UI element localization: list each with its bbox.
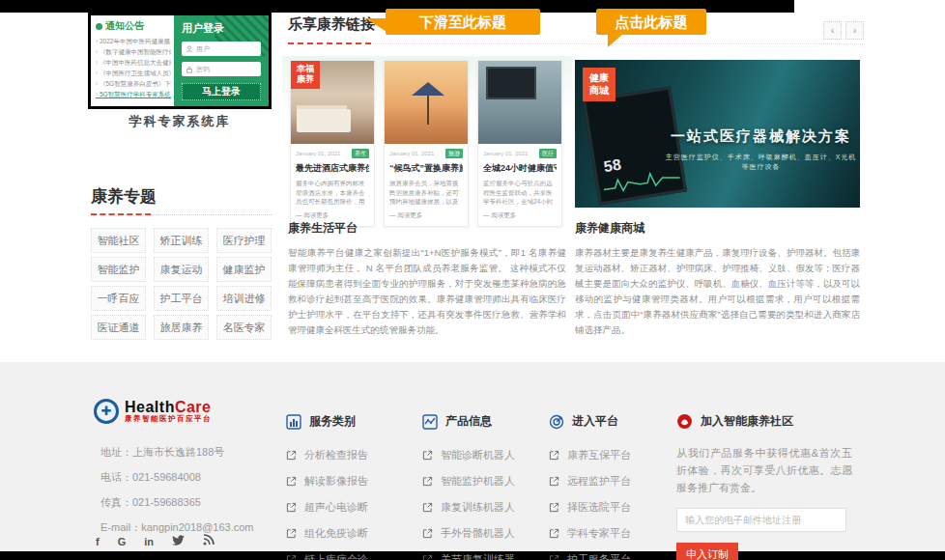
footer-subscribe-section: 加入智能康养社区 从我们产品服务中获得优惠&首次五折体验，再次可享受八折优惠。志… (676, 413, 852, 560)
footer-link[interactable]: 智能诊断机器人 (422, 442, 515, 468)
mall-description-section: 康养健康商城 康养器材主要是康复养生健康产品，康复理疗设备、护理器材。包括康复运… (575, 220, 860, 338)
card-excerpt: 旅居康养会员，异地置换民宿旅居康养补贴，还可预约异地健康旅居，以及参与资深地区的… (389, 179, 463, 207)
footer-link[interactable]: 择医选院平台 (549, 494, 631, 520)
notice-link[interactable]: 《5G智慧康养白皮书》下载 (96, 78, 171, 89)
username-field-wrap (182, 42, 261, 56)
read-more-link[interactable]: — 阅读更多 (389, 211, 463, 220)
notice-header: 通知公告 (96, 19, 171, 33)
card-title[interactable]: “候鸟式”置换康养旅游服务 (389, 162, 463, 175)
rss-icon[interactable] (203, 534, 215, 548)
topic-tag[interactable]: 智能社区 (91, 228, 146, 253)
notice-link[interactable]: 《数字健康中国智能医疗体系》入围申会员… (96, 46, 171, 57)
password-input[interactable] (196, 66, 257, 72)
notice-link[interactable]: 《中国医疗卫生领域人员》申报立项公告 (96, 68, 171, 78)
topic-tag[interactable]: 智能监护 (91, 257, 146, 282)
login-button[interactable]: 马上登录 (182, 83, 261, 100)
google-icon[interactable]: G (118, 535, 127, 548)
life-platform-body: 智能康养平台健康之家创新提出“1+N医护服务模式”，即1 名康养健康管理师为主任… (288, 245, 566, 338)
life-platform-section: 康养生活平台 智能康养平台健康之家创新提出“1+N医护服务模式”，即1 名康养健… (288, 220, 566, 338)
carousel-next-button[interactable]: › (845, 21, 864, 40)
topic-tag[interactable]: 康复运动 (154, 257, 209, 282)
notice-link-highlighted[interactable]: 5G智慧医疗学科专家系统应用说明 (96, 89, 171, 99)
article-card-hotel[interactable]: 幸福康养 January 01, 2021 养生 最先进酒店式康养住宿环境 服务… (290, 60, 375, 227)
footer-link[interactable]: 解读影像报告 (286, 468, 368, 494)
twitter-icon[interactable] (172, 535, 185, 548)
footer-link[interactable]: 康复训练机器人 (422, 494, 515, 520)
footer-link[interactable]: 护工服务平台 (549, 546, 631, 560)
topics-title: 康养专题 (91, 185, 272, 208)
topic-tag[interactable]: 旅居康养 (154, 315, 209, 340)
expert-system-caption: 学科专家系统库 (88, 113, 272, 130)
article-card-medical[interactable]: January 01, 2021 医疗 全城24小时健康值守 监控服务中心与驻点… (477, 60, 562, 227)
topics-section: 康养专题 智能社区 矫正训练 医疗护理 智能监护 康复运动 健康监护 一呼百应 … (91, 185, 272, 340)
external-link-icon (286, 554, 297, 560)
footer-link[interactable]: 链上疾病会诊 (286, 546, 368, 560)
external-link-icon (286, 502, 297, 513)
topic-tag[interactable]: 矫正训练 (154, 228, 209, 253)
footer-link[interactable]: 关节康复训练器 (422, 546, 515, 560)
card-date: January 01, 2021 (296, 151, 340, 156)
footer-link[interactable]: 分析检查报告 (286, 442, 368, 468)
column-header: 加入智能康养社区 (676, 413, 852, 430)
card-category-tag[interactable]: 旅游 (445, 149, 463, 158)
contact-phone: 电话：021-59684008 (100, 464, 254, 490)
article-card-travel[interactable]: January 01, 2021 旅游 “候鸟式”置换康养旅游服务 旅居康养会员… (384, 60, 469, 227)
card-title[interactable]: 全城24小时健康值守 (483, 162, 557, 175)
notice-link[interactable]: 2022年中国中医药健康服务业发展分析报告 (96, 36, 171, 46)
card-excerpt: 服务中心内拥有界内标准星级酒店水准，本康养会员也可长期包房限价，用户入选酒店或服… (296, 179, 369, 207)
card-category-tag[interactable]: 医疗 (539, 149, 557, 158)
password-field-wrap (182, 62, 261, 76)
facebook-icon[interactable]: f (96, 535, 100, 548)
topic-tag[interactable]: 培训进修 (216, 286, 272, 311)
article-cards: 幸福康养 January 01, 2021 养生 最先进酒店式康养住宿环境 服务… (290, 60, 562, 227)
mall-overlay-subtitle: 主营医疗监护仪、手术床、呼吸麻醉机、血压计、X光机等医疗设备 (662, 153, 860, 172)
subscribe-button[interactable]: 申入订制 (676, 543, 738, 560)
login-panel: 用户登录 马上登录 (174, 15, 269, 106)
username-input[interactable] (196, 45, 257, 52)
footer-contact: 地址：上海市长逸路188号 电话：021-59684008 传真：021-596… (100, 439, 254, 540)
mall-overlay-title: 一站式医疗器械解决方案 (662, 127, 860, 146)
contact-fax: 传真：021-59688365 (100, 490, 254, 515)
read-more-link[interactable]: — 阅读更多 (296, 211, 369, 220)
notice-list: 2022年中国中医药健康服务业发展分析报告 《数字健康中国智能医疗体系》入围申会… (96, 36, 171, 99)
health-mall-banner[interactable]: 健康商城 58 一站式医疗器械解决方案 主营医疗监护仪、手术床、呼吸麻醉机、血压… (575, 60, 860, 208)
card-body: January 01, 2021 医疗 全城24小时健康值守 监控服务中心与驻点… (478, 144, 561, 226)
external-link-icon (549, 528, 559, 539)
notice-link[interactable]: 《中国中医药信息大会健康专题》记要 (96, 57, 171, 68)
topic-tag[interactable]: 护工平台 (154, 286, 209, 311)
footer-link[interactable]: 超声心电诊断 (286, 494, 368, 520)
logo-wordmark: HealthCare (125, 400, 212, 414)
notice-title: 通知公告 (105, 19, 144, 33)
email-subscribe-input[interactable] (676, 508, 846, 532)
footer-link[interactable]: 智能监护机器人 (422, 468, 515, 494)
card-title[interactable]: 最先进酒店式康养住宿环境 (296, 162, 369, 175)
external-link-icon (549, 554, 559, 560)
patient-monitor-graphic: 58 (583, 86, 687, 205)
topic-tag[interactable]: 医证通道 (91, 315, 146, 340)
read-more-link[interactable]: — 阅读更多 (483, 211, 557, 220)
card-date: January 01, 2021 (389, 151, 434, 156)
line-chart-icon (422, 414, 438, 430)
footer-link[interactable]: 康养互保平台 (549, 442, 631, 468)
target-icon (549, 414, 564, 430)
topic-tag[interactable]: 医疗护理 (216, 228, 272, 253)
topic-tag[interactable]: 健康监护 (216, 257, 272, 282)
happy-care-badge: 幸福康养 (291, 61, 320, 89)
footer-link[interactable]: 组化免疫诊断 (286, 520, 368, 546)
external-link-icon (422, 528, 433, 539)
topic-tag[interactable]: 名医专家 (216, 315, 272, 340)
carousel-prev-button[interactable]: ‹ (823, 21, 842, 40)
footer-logo: ✚ HealthCare 康养智能医护百应平台 (94, 399, 212, 424)
lock-icon (186, 66, 193, 73)
footer-link[interactable]: 手外骨骼机器人 (422, 520, 515, 546)
notice-panel: 通知公告 2022年中国中医药健康服务业发展分析报告 《数字健康中国智能医疗体系… (91, 15, 174, 106)
topic-tag[interactable]: 一呼百应 (91, 286, 146, 311)
linkedin-icon[interactable]: in (144, 535, 154, 548)
logo-emblem-icon: ✚ (94, 399, 119, 424)
external-link-icon (549, 502, 559, 513)
external-link-icon (422, 450, 433, 461)
footer-link[interactable]: 学科专家平台 (549, 520, 631, 546)
external-link-icon (422, 476, 433, 487)
footer-link[interactable]: 远程监护平台 (549, 468, 631, 494)
card-category-tag[interactable]: 养生 (352, 149, 369, 158)
